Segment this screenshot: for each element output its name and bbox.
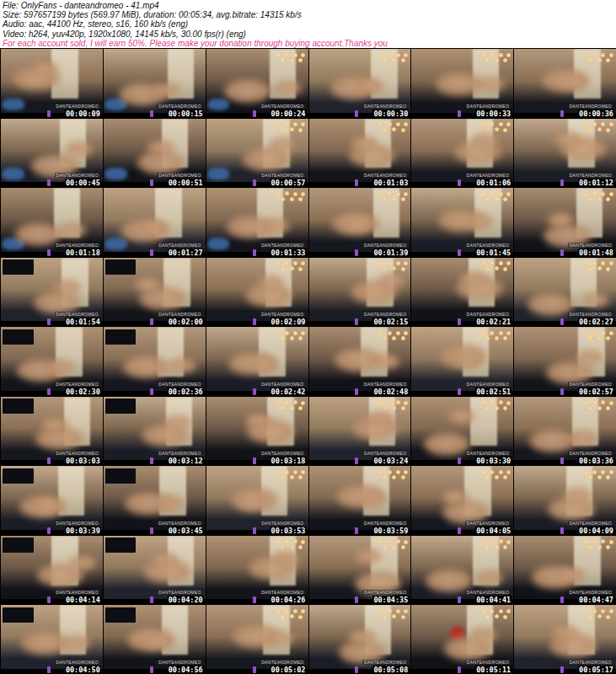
light-dot (378, 261, 383, 265)
light-dot (383, 475, 387, 479)
light-dot (392, 545, 396, 549)
light-dot (383, 545, 387, 549)
light-dot (281, 267, 285, 271)
light-dot (597, 406, 602, 410)
light-dot (606, 545, 610, 549)
video-thumbnail: DANTEANDROMEO00:05:08 (308, 604, 411, 674)
watermark-label: DANTEANDROMEO (465, 590, 511, 595)
tv-shape (3, 468, 33, 484)
video-info-line: Video: h264, yuv420p, 1920x1080, 14145 k… (3, 29, 616, 39)
video-thumbnail: DANTEANDROMEO00:01:39 (308, 187, 411, 257)
light-dot (481, 400, 485, 404)
light-dot (597, 197, 602, 201)
watermark-glyph (355, 527, 358, 534)
figure-blob (454, 352, 480, 367)
timestamp-overlay: 00:01:48 (578, 249, 614, 257)
video-thumbnail: DANTEANDROMEO00:05:02 (206, 604, 308, 674)
light-dot (584, 331, 588, 335)
light-dot (609, 331, 613, 335)
watermark-label: DANTEANDROMEO (568, 382, 613, 387)
watermark-label: DANTEANDROMEO (157, 590, 202, 595)
mirror-lights-shape (378, 538, 409, 549)
watermark-label: DANTEANDROMEO (362, 104, 408, 109)
light-dot (290, 406, 294, 410)
light-dot (276, 261, 281, 265)
mirror-lights-shape (276, 121, 306, 132)
video-thumbnail: DANTEANDROMEO00:00:36 (513, 48, 616, 118)
watermark-glyph (47, 179, 51, 186)
light-dot (276, 609, 281, 613)
light-dot (495, 614, 499, 618)
watermark-label: DANTEANDROMEO (55, 521, 100, 526)
watermark-glyph (47, 388, 51, 395)
watermark-label: DANTEANDROMEO (157, 382, 202, 387)
timestamp-overlay: 00:01:39 (372, 249, 409, 257)
light-dot (298, 128, 303, 132)
contact-sheet-page: { "header": { "file_line": "File: OnlyFa… (0, 0, 616, 674)
video-thumbnail: DANTEANDROMEO00:04:56 (103, 604, 206, 674)
figure-blob (64, 635, 90, 650)
light-dot (281, 475, 285, 479)
watermark-glyph (458, 388, 461, 395)
light-dot (588, 336, 592, 340)
mirror-lights-shape (276, 399, 306, 410)
video-thumbnail: DANTEANDROMEO00:03:24 (308, 396, 411, 466)
watermark-glyph (355, 596, 358, 603)
light-dot (388, 191, 392, 195)
light-dot (301, 331, 305, 335)
figure-blob (145, 634, 171, 649)
light-dot (404, 401, 408, 405)
light-dot (506, 609, 511, 613)
watermark-glyph (150, 527, 153, 534)
timestamp-overlay: 00:04:09 (578, 527, 614, 535)
timestamp-overlay: 00:00:24 (271, 110, 307, 118)
light-dot (404, 53, 408, 57)
watermark-glyph (560, 596, 564, 603)
light-dot (601, 609, 605, 613)
light-dot (388, 400, 392, 404)
watermark-glyph (560, 110, 564, 117)
light-dot (490, 609, 494, 613)
watermark-label: DANTEANDROMEO (157, 660, 202, 665)
watermark-glyph (150, 666, 153, 673)
light-dot (584, 261, 588, 265)
figure-blob (270, 137, 296, 152)
light-dot (490, 400, 494, 404)
watermark-label: DANTEANDROMEO (55, 660, 100, 665)
light-dot (495, 266, 499, 270)
video-thumbnail: DANTEANDROMEO00:01:18 (0, 187, 103, 257)
timestamp-overlay: 00:04:05 (475, 527, 512, 535)
light-dot (301, 540, 305, 544)
light-dot (276, 192, 281, 196)
watermark-label: DANTEANDROMEO (362, 243, 408, 248)
watermark-label: DANTEANDROMEO (55, 312, 100, 317)
light-dot (588, 58, 592, 62)
light-dot (298, 475, 303, 479)
light-dot (606, 128, 610, 132)
light-dot (485, 336, 490, 340)
video-thumbnail: DANTEANDROMEO00:02:51 (410, 326, 513, 396)
light-dot (404, 122, 408, 126)
light-dot (506, 401, 511, 405)
light-dot (584, 192, 588, 196)
light-dot (481, 53, 485, 57)
light-dot (276, 400, 281, 404)
light-dot (606, 197, 610, 201)
light-dot (499, 331, 503, 335)
video-thumbnail: DANTEANDROMEO00:01:45 (410, 187, 513, 257)
tv-shape (3, 538, 33, 553)
figure-blob (477, 570, 503, 586)
figure-blob (70, 555, 96, 570)
timestamp-overlay: 00:02:00 (168, 318, 204, 326)
watermark-glyph (355, 110, 358, 117)
light-dot (490, 470, 494, 474)
figure-blob (34, 291, 81, 314)
watermark-label: DANTEANDROMEO (55, 243, 100, 248)
light-dot (404, 192, 408, 196)
video-thumbnail: DANTEANDROMEO00:00:24 (206, 48, 308, 118)
figure-blob (558, 568, 584, 583)
light-dot (481, 609, 485, 613)
light-dot (383, 406, 387, 410)
light-dot (285, 539, 289, 543)
mirror-lights-shape (583, 399, 613, 410)
